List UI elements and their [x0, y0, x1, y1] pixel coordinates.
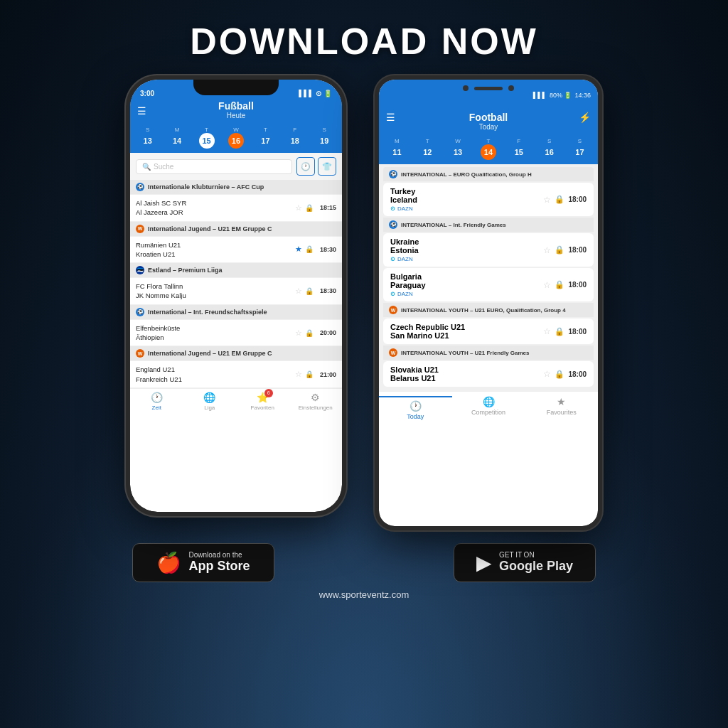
cal-day-t15[interactable]: T15: [197, 127, 217, 149]
android-nav-competition-label: Competition: [471, 409, 505, 416]
android-top-bar: [379, 83, 598, 93]
android-league-icon-2: ⚽: [389, 220, 397, 229]
star-icon-4[interactable]: ☆: [295, 328, 302, 338]
match-time-5: 21:00: [316, 371, 336, 378]
android-favourites-icon: ★: [557, 396, 566, 407]
nav-item-favoriten[interactable]: ⭐ 6 Favoriten: [236, 392, 289, 411]
android-league-name-1: INTERNATIONAL – EURO Qualification, Grou…: [401, 171, 532, 178]
android-competition-icon: 🌐: [483, 396, 495, 407]
iphone-notch: [193, 80, 279, 95]
android-cal-w13[interactable]: W13: [448, 138, 468, 160]
match-teams-4: Elfenbeinküste Äthiopien: [136, 323, 295, 343]
jersey-filter-btn[interactable]: 👕: [318, 157, 336, 176]
appstore-text: Download on the App Store: [188, 551, 250, 574]
search-placeholder: Suche: [154, 163, 173, 171]
android-league-1: ⚽ INTERNATIONAL – EURO Qualification, Gr…: [383, 167, 594, 181]
android-league-name-4: INTERNATIONAL YOUTH – U21 Friendly Games: [401, 350, 529, 356]
search-icons: 🕐 👕: [296, 157, 336, 176]
clock-filter-btn[interactable]: 🕐: [296, 157, 315, 176]
nav-item-einstellungen[interactable]: ⚙ Einstellungen: [289, 392, 343, 411]
googleplay-line2: Google Play: [499, 559, 573, 574]
android-nav-competition[interactable]: 🌐 Competition: [452, 396, 525, 420]
cal-day-f18[interactable]: F18: [285, 127, 305, 149]
android-header-title-row: Football: [386, 112, 591, 123]
league-header-3: 🇪🇪 Estland – Premium Liiga: [130, 263, 342, 277]
iphone-bottom-nav: 🕐 Zeit 🌐 Liga ⭐ 6 Favoriten: [130, 388, 342, 412]
android-league-icon-4: W: [389, 348, 397, 357]
android-app-title: Football: [469, 112, 508, 123]
android-nav-favourites-label: Favourites: [547, 409, 577, 416]
googleplay-line1: GET IT ON: [499, 551, 573, 559]
league-icon-2: W: [136, 225, 144, 233]
nav-label-einstellungen: Einstellungen: [299, 405, 333, 411]
match-time-4: 20:00: [316, 329, 336, 336]
match-time-2: 18:30: [316, 246, 336, 253]
android-today-icon: 🕐: [410, 400, 422, 412]
android-match-4[interactable]: Czech Republic U21 San Marino U21 ☆ 🔒 18…: [383, 318, 594, 344]
cal-day-s13[interactable]: S13: [138, 127, 158, 149]
match-item-2[interactable]: Rumänien U21 Kroatien U21 ★ 🔒 18:30: [130, 237, 342, 263]
match-item-5[interactable]: England U21 Frankreich U21 ☆ 🔒 21:00: [130, 361, 342, 387]
lock-icon-5: 🔒: [305, 370, 314, 378]
match-teams-5: England U21 Frankreich U21: [136, 365, 295, 384]
android-league-name-2: INTERNATIONAL – Int. Friendly Games: [401, 222, 506, 228]
appstore-line1: Download on the: [188, 551, 250, 559]
android-league-icon-1: ⚽: [389, 170, 397, 178]
apple-icon: 🍎: [156, 551, 181, 574]
android-cal-m11[interactable]: M11: [387, 138, 407, 160]
league-icon-1: ⚽: [136, 183, 144, 191]
google-play-icon: ▶: [476, 551, 492, 574]
star-icon-3[interactable]: ☆: [295, 287, 302, 296]
star-icon-1[interactable]: ☆: [295, 203, 302, 213]
android-hamburger[interactable]: ☰: [386, 112, 395, 123]
nav-item-liga[interactable]: 🌐 Liga: [183, 392, 237, 411]
match-item-3[interactable]: FC Flora Tallinn JK Nomme Kalju ☆ 🔒 18:3…: [130, 278, 342, 304]
android-match-2[interactable]: Ukraine Estonia ⊙ DAZN ☆ 🔒 18:00: [383, 233, 594, 267]
phones-row: 3:00 ▌▌▌ ⊙ 🔋 ☰ Fußball Heute S13: [0, 75, 728, 530]
league-header-4: ⚽ International – Int. Freundschaftsspie…: [130, 305, 342, 319]
match-item-4[interactable]: Elfenbeinküste Äthiopien ☆ 🔒 20:00: [130, 320, 342, 346]
nav-label-favoriten: Favoriten: [251, 405, 274, 411]
android-app-subtitle: Today: [386, 123, 591, 131]
website-url: www.sporteventz.com: [319, 589, 409, 600]
match-right-5: ☆ 🔒 21:00: [295, 370, 336, 379]
search-input[interactable]: 🔍 Suche: [136, 159, 292, 174]
android-league-2: ⚽ INTERNATIONAL – Int. Friendly Games: [383, 218, 594, 232]
cal-day-w16[interactable]: W16: [226, 127, 246, 149]
android-cal-f15[interactable]: F15: [509, 138, 529, 160]
appstore-button[interactable]: 🍎 Download on the App Store: [132, 543, 274, 582]
nav-item-zeit[interactable]: 🕐 Zeit: [130, 392, 183, 411]
android-nav-favourites[interactable]: ★ Favourites: [525, 396, 598, 420]
android-cal-s17[interactable]: S17: [569, 138, 589, 160]
android-cal-t12[interactable]: T12: [417, 138, 437, 160]
match-right-1: ☆ 🔒 18:15: [295, 203, 336, 213]
cal-day-s19[interactable]: S19: [314, 127, 334, 149]
android-match-5[interactable]: Slovakia U21 Belarus U21 ☆ 🔒 18:00: [383, 361, 594, 387]
iphone-screen: 3:00 ▌▌▌ ⊙ 🔋 ☰ Fußball Heute S13: [130, 80, 342, 512]
iphone-calendar: S13 M14 T15 W16 T17 F18 S19: [130, 124, 342, 153]
android-screen: ▌▌▌ 80% 🔋 14:36 ☰ Football Today ⚡: [379, 80, 598, 526]
match-item-1[interactable]: Al Jaish SC SYR Al Jazeera JOR ☆ 🔒 18:15: [130, 195, 342, 221]
iphone-time: 3:00: [140, 90, 154, 97]
android-cal-t14[interactable]: T14: [478, 138, 498, 160]
league-name-3: Estland – Premium Liiga: [148, 267, 223, 274]
league-header-5: W International Jugend – U21 EM Gruppe C: [130, 346, 342, 360]
googleplay-button[interactable]: ▶ GET IT ON Google Play: [454, 543, 596, 582]
android-league-icon-3: W: [389, 306, 397, 314]
cal-day-m14[interactable]: M14: [167, 127, 187, 149]
android-cal-s16[interactable]: S16: [540, 138, 560, 160]
match-teams-3: FC Flora Tallinn JK Nomme Kalju: [136, 282, 295, 301]
android-bottom-nav: 🕐 Today 🌐 Competition ★ Favourites: [379, 391, 598, 423]
match-right-4: ☆ 🔒 20:00: [295, 328, 336, 338]
iphone-app-subtitle: Heute: [137, 112, 335, 119]
android-match-3[interactable]: Bulgaria Paraguay ⊙ DAZN ☆ 🔒 18:00: [383, 268, 594, 301]
star-icon-2[interactable]: ★: [295, 245, 302, 254]
star-icon-5[interactable]: ☆: [295, 370, 302, 379]
android-match-1[interactable]: Turkey Iceland ⊙ DAZN ☆ 🔒 18:00: [383, 183, 594, 216]
android-filter-icon[interactable]: ⚡: [579, 112, 591, 123]
android-nav-today-label: Today: [407, 413, 424, 420]
zeit-icon: 🕐: [151, 392, 163, 403]
android-nav-today[interactable]: 🕐 Today: [379, 396, 452, 420]
sensor: [508, 85, 514, 91]
cal-day-t17[interactable]: T17: [255, 127, 275, 149]
